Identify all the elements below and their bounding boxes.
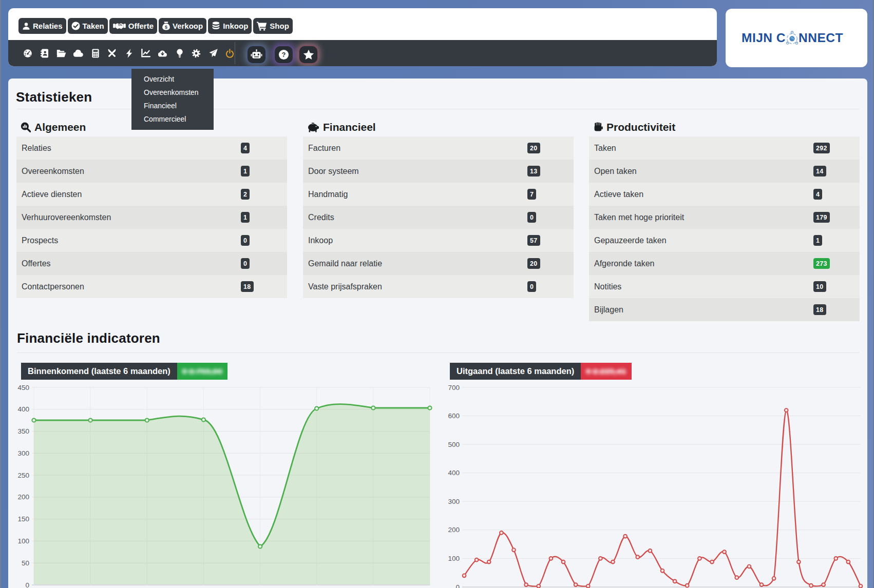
svg-text:300: 300 [448,498,460,505]
svg-text:300: 300 [17,449,29,457]
svg-text:200: 200 [448,526,460,534]
svg-text:500: 500 [448,441,460,448]
svg-text:400: 400 [448,469,460,477]
svg-text:50: 50 [22,559,29,567]
svg-text:?: ? [282,51,286,58]
svg-text:0: 0 [25,581,29,588]
svg-text:200: 200 [17,493,29,501]
svg-text:0: 0 [455,583,460,588]
svg-text:100: 100 [448,555,460,562]
svg-text:350: 350 [17,427,29,435]
svg-text:250: 250 [17,472,29,479]
svg-text:600: 600 [448,412,460,420]
svg-text:100: 100 [17,537,29,545]
svg-text:450: 450 [17,384,29,391]
svg-text:400: 400 [17,405,29,413]
svg-text:$: $ [165,25,167,30]
svg-text:700: 700 [448,384,460,391]
svg-text:150: 150 [17,515,29,523]
